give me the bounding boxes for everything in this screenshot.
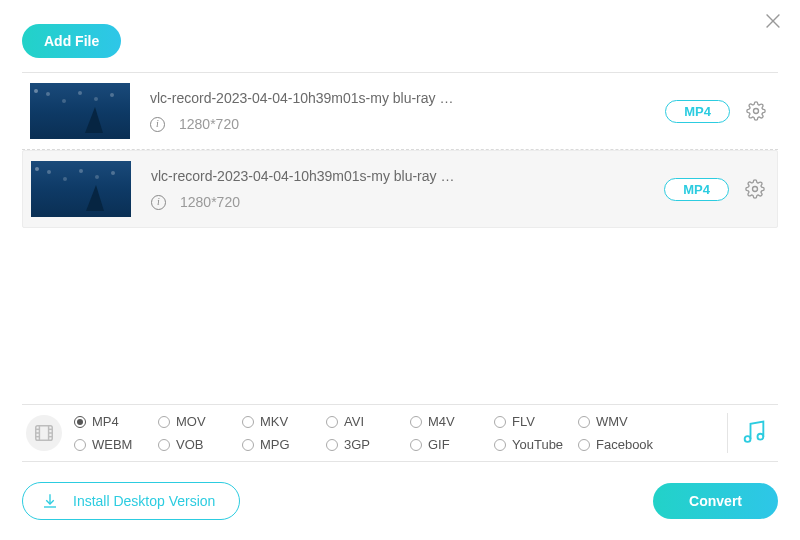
- install-label: Install Desktop Version: [73, 493, 215, 509]
- format-option-mkv[interactable]: MKV: [242, 414, 326, 429]
- svg-point-14: [758, 434, 764, 440]
- format-label: 3GP: [344, 437, 370, 452]
- radio-icon: [494, 416, 506, 428]
- format-option-vob[interactable]: VOB: [158, 437, 242, 452]
- video-thumbnail[interactable]: [31, 161, 131, 217]
- add-file-button[interactable]: Add File: [22, 24, 121, 58]
- format-option-facebook[interactable]: Facebook: [578, 437, 662, 452]
- file-row[interactable]: vlc-record-2023-04-04-10h39m01s-my blu-r…: [22, 73, 778, 150]
- file-resolution: 1280*720: [180, 194, 240, 210]
- radio-icon: [74, 416, 86, 428]
- radio-icon: [326, 439, 338, 451]
- radio-icon: [578, 416, 590, 428]
- radio-icon: [242, 416, 254, 428]
- file-info: vlc-record-2023-04-04-10h39m01s-my blu-r…: [130, 90, 665, 132]
- download-icon: [41, 492, 59, 510]
- divider: [727, 413, 728, 453]
- format-label: WMV: [596, 414, 628, 429]
- radio-icon: [326, 416, 338, 428]
- radio-icon: [74, 439, 86, 451]
- format-option-mp4[interactable]: MP4: [74, 414, 158, 429]
- info-icon[interactable]: i: [151, 195, 166, 210]
- format-label: M4V: [428, 414, 455, 429]
- format-option-3gp[interactable]: 3GP: [326, 437, 410, 452]
- format-label: AVI: [344, 414, 364, 429]
- info-icon[interactable]: i: [150, 117, 165, 132]
- format-label: GIF: [428, 437, 450, 452]
- format-label: Facebook: [596, 437, 653, 452]
- radio-icon: [410, 439, 422, 451]
- file-meta: i 1280*720: [150, 116, 665, 132]
- format-label: YouTube: [512, 437, 563, 452]
- format-option-mpg[interactable]: MPG: [242, 437, 326, 452]
- file-row[interactable]: vlc-record-2023-04-04-10h39m01s-my blu-r…: [22, 150, 778, 228]
- format-option-wmv[interactable]: WMV: [578, 414, 662, 429]
- audio-category-icon[interactable]: [740, 418, 770, 448]
- radio-icon: [242, 439, 254, 451]
- file-meta: i 1280*720: [151, 194, 664, 210]
- footer: Install Desktop Version Convert: [22, 482, 778, 520]
- convert-button[interactable]: Convert: [653, 483, 778, 519]
- radio-icon: [158, 439, 170, 451]
- format-label: MOV: [176, 414, 206, 429]
- file-info: vlc-record-2023-04-04-10h39m01s-my blu-r…: [131, 168, 664, 210]
- header: Add File: [0, 0, 800, 72]
- radio-icon: [494, 439, 506, 451]
- svg-point-13: [745, 436, 751, 442]
- format-label: MP4: [92, 414, 119, 429]
- format-badge[interactable]: MP4: [664, 178, 729, 201]
- file-list: vlc-record-2023-04-04-10h39m01s-my blu-r…: [0, 73, 800, 228]
- close-icon[interactable]: [762, 10, 784, 32]
- format-option-webm[interactable]: WEBM: [74, 437, 158, 452]
- format-bar: MP4MOVMKVAVIM4VFLVWMVWEBMVOBMPG3GPGIFYou…: [22, 404, 778, 462]
- format-label: WEBM: [92, 437, 132, 452]
- format-badge[interactable]: MP4: [665, 100, 730, 123]
- format-option-avi[interactable]: AVI: [326, 414, 410, 429]
- format-label: VOB: [176, 437, 203, 452]
- format-option-gif[interactable]: GIF: [410, 437, 494, 452]
- format-grid: MP4MOVMKVAVIM4VFLVWMVWEBMVOBMPG3GPGIFYou…: [74, 414, 715, 452]
- format-option-flv[interactable]: FLV: [494, 414, 578, 429]
- svg-point-3: [753, 187, 758, 192]
- gear-icon[interactable]: [745, 179, 765, 199]
- radio-icon: [410, 416, 422, 428]
- gear-icon[interactable]: [746, 101, 766, 121]
- format-option-youtube[interactable]: YouTube: [494, 437, 578, 452]
- file-resolution: 1280*720: [179, 116, 239, 132]
- radio-icon: [578, 439, 590, 451]
- file-name: vlc-record-2023-04-04-10h39m01s-my blu-r…: [151, 168, 664, 184]
- format-option-mov[interactable]: MOV: [158, 414, 242, 429]
- video-thumbnail[interactable]: [30, 83, 130, 139]
- format-option-m4v[interactable]: M4V: [410, 414, 494, 429]
- format-label: MPG: [260, 437, 290, 452]
- row-actions: MP4: [665, 100, 770, 123]
- video-category-icon[interactable]: [26, 415, 62, 451]
- row-actions: MP4: [664, 178, 769, 201]
- install-desktop-button[interactable]: Install Desktop Version: [22, 482, 240, 520]
- format-label: MKV: [260, 414, 288, 429]
- radio-icon: [158, 416, 170, 428]
- format-label: FLV: [512, 414, 535, 429]
- file-name: vlc-record-2023-04-04-10h39m01s-my blu-r…: [150, 90, 665, 106]
- svg-point-2: [754, 109, 759, 114]
